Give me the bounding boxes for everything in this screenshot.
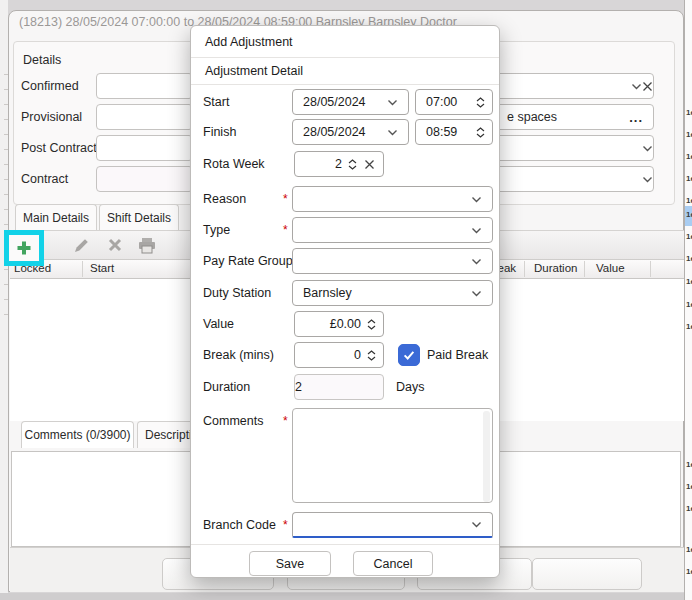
- rota-week-label: Rota Week: [203, 157, 265, 171]
- edge-list-item: 1e: [686, 196, 692, 205]
- right-combobox-2[interactable]: [481, 135, 654, 161]
- delete-button[interactable]: [105, 235, 125, 255]
- edge-list-item: 1e: [686, 232, 692, 241]
- chevron-down-icon: [476, 133, 485, 138]
- branch-code-combobox[interactable]: [292, 512, 493, 538]
- edge-list-item: 1e: [686, 210, 692, 219]
- chevron-down-icon[interactable]: [471, 290, 492, 297]
- edge-list-item: 1e: [686, 482, 692, 491]
- dialog-title: Add Adjustment: [191, 26, 499, 58]
- finish-date-value: 28/05/2024: [293, 125, 387, 139]
- clear-icon[interactable]: [364, 159, 383, 170]
- edit-button[interactable]: [71, 235, 91, 255]
- x-icon: [108, 238, 122, 252]
- chevron-up-icon: [348, 159, 357, 164]
- chevron-down-icon[interactable]: [631, 83, 642, 90]
- paid-break-checkbox[interactable]: [398, 344, 420, 366]
- contract-label: Contract: [21, 172, 68, 186]
- break-mins-label: Break (mins): [203, 348, 274, 362]
- dialog-footer: Save Cancel: [191, 544, 499, 579]
- tab-comments[interactable]: Comments (0/3900): [21, 421, 134, 448]
- start-time-spinner[interactable]: 07:00: [415, 89, 493, 115]
- duty-station-label: Duty Station: [203, 286, 271, 300]
- column-separator: [82, 261, 83, 277]
- section-header: Adjustment Detail: [191, 58, 499, 85]
- edge-list-item: 1e: [686, 322, 692, 331]
- edge-list-item: 1e: [686, 174, 692, 183]
- chevron-down-icon[interactable]: [387, 99, 408, 106]
- edge-list-item: 1e: [686, 254, 692, 263]
- spin-buttons[interactable]: [348, 159, 364, 170]
- textarea-scrollbar[interactable]: [483, 411, 490, 502]
- spin-buttons[interactable]: [476, 127, 492, 138]
- start-date-value: 28/05/2024: [293, 95, 387, 109]
- outer-bottom-strip: [0, 593, 692, 600]
- edge-list-item: 1e: [686, 504, 692, 513]
- clear-icon[interactable]: [642, 81, 653, 92]
- type-combobox[interactable]: [292, 217, 493, 243]
- start-date-combobox[interactable]: 28/05/2024: [292, 89, 409, 115]
- branch-code-required-marker: *: [283, 518, 288, 532]
- tab-main-details[interactable]: Main Details: [15, 204, 97, 231]
- chevron-down-icon[interactable]: [387, 129, 408, 136]
- chevron-down-icon: [476, 103, 485, 108]
- chevron-down-icon[interactable]: [642, 176, 653, 183]
- confirmed-input[interactable]: [96, 73, 193, 99]
- value-spinner[interactable]: £0.00: [294, 311, 384, 337]
- duty-station-combobox[interactable]: Barnsley: [292, 280, 493, 306]
- value-label: Value: [203, 317, 234, 331]
- provisional-label: Provisional: [21, 110, 82, 124]
- duty-station-value: Barnsley: [293, 286, 471, 300]
- finish-time-value: 08:59: [416, 125, 476, 139]
- spin-buttons[interactable]: [367, 350, 383, 361]
- pay-rate-group-label: Pay Rate Group: [203, 254, 293, 268]
- chevron-down-icon[interactable]: [471, 196, 492, 203]
- details-group-label: Details: [23, 53, 61, 67]
- post-contract-input[interactable]: [96, 135, 193, 161]
- finish-time-spinner[interactable]: 08:59: [415, 119, 493, 145]
- tab-shift-details[interactable]: Shift Details: [99, 204, 179, 231]
- edge-list-item: 1e: [686, 108, 692, 117]
- rota-week-value: 2: [295, 157, 348, 171]
- browse-button[interactable]: ...: [629, 110, 653, 125]
- chevron-down-icon[interactable]: [471, 227, 492, 234]
- rota-week-spinner[interactable]: 2: [294, 151, 384, 177]
- duration-unit-label: Days: [396, 380, 424, 394]
- comments-textarea[interactable]: [292, 408, 493, 503]
- edge-list-item: 1e: [686, 130, 692, 139]
- edge-list-item: 1e: [686, 567, 692, 576]
- column-header-value[interactable]: Value: [596, 262, 625, 274]
- duration-label: Duration: [203, 380, 250, 394]
- reason-required-marker: *: [283, 192, 288, 206]
- cancel-button[interactable]: Cancel: [353, 551, 433, 576]
- chevron-down-icon[interactable]: [471, 258, 492, 265]
- chevron-down-icon: [367, 356, 376, 361]
- print-button[interactable]: [137, 235, 157, 255]
- check-icon: [402, 348, 416, 362]
- background-window-left-edge: [0, 0, 8, 600]
- start-time-value: 07:00: [416, 95, 476, 109]
- comments-required-marker: *: [283, 414, 288, 428]
- chevron-down-icon[interactable]: [642, 145, 653, 152]
- right-combobox-3[interactable]: [481, 166, 654, 192]
- column-header-start[interactable]: Start: [90, 262, 114, 274]
- contract-input[interactable]: [96, 166, 193, 192]
- right-combobox-1[interactable]: [481, 73, 654, 99]
- edge-list-item: 1e: [686, 545, 692, 554]
- column-header-duration[interactable]: Duration: [534, 262, 577, 274]
- spin-buttons[interactable]: [367, 319, 383, 330]
- finish-date-combobox[interactable]: 28/05/2024: [292, 119, 409, 145]
- reason-combobox[interactable]: [292, 186, 493, 212]
- spin-buttons[interactable]: [476, 97, 492, 108]
- chevron-down-icon: [367, 325, 376, 330]
- column-separator: [524, 261, 525, 277]
- pay-rate-group-combobox[interactable]: [292, 248, 493, 274]
- break-mins-spinner[interactable]: 0: [294, 342, 384, 368]
- location-field[interactable]: e spaces ...: [481, 104, 654, 130]
- footer-button-4[interactable]: [532, 558, 642, 590]
- save-button[interactable]: Save: [249, 551, 331, 576]
- add-button[interactable]: [9, 235, 39, 261]
- provisional-input[interactable]: [96, 104, 193, 130]
- value-amount: £0.00: [295, 317, 367, 331]
- chevron-down-icon[interactable]: [471, 521, 492, 528]
